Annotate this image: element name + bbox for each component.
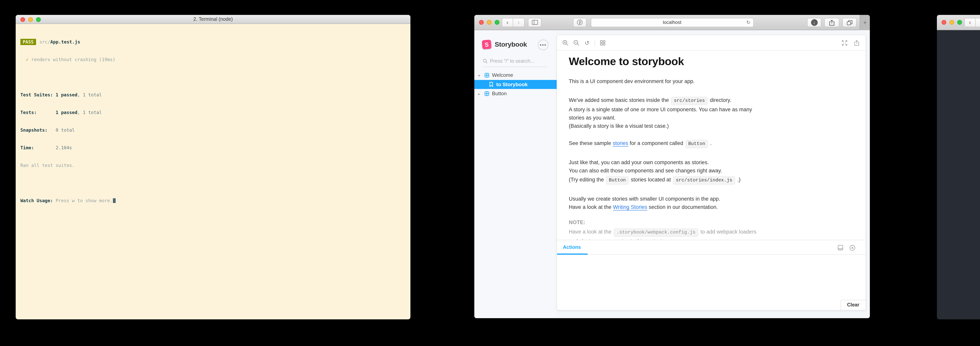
code-chip: src/stories/index.js xyxy=(673,176,735,184)
tree-kind-button[interactable]: ▸Button xyxy=(474,89,557,98)
terminal-summary-row: Snapshots: 0 total xyxy=(21,127,406,133)
note-title: NOTE: xyxy=(569,219,852,225)
show-tabs-button[interactable] xyxy=(842,18,856,27)
story-paragraph: Usually we create stories with smaller U… xyxy=(569,195,852,203)
zoom-reset-button[interactable]: ↺ xyxy=(584,40,589,46)
story-title: Welcome to storybook xyxy=(569,55,852,68)
traffic-lights xyxy=(21,17,44,22)
close-panel-button[interactable] xyxy=(850,245,855,251)
storybook-sidebar: SStorybook ●●● Press "/" to search... ▾W… xyxy=(474,30,557,318)
terminal-window-title: 2. Terminal (node) xyxy=(16,15,410,24)
zoom-out-button[interactable] xyxy=(573,40,579,46)
actions-log-panel: Clear xyxy=(557,255,865,310)
safari-toolbar[interactable]: ‹ › localhost ↻ ↓ + xyxy=(474,15,870,30)
zoom-window-button[interactable] xyxy=(495,20,500,25)
panel-position-button[interactable] xyxy=(838,245,843,251)
back-button[interactable]: ‹ xyxy=(964,18,976,27)
terminal-cursor xyxy=(113,198,116,203)
component-grid-icon xyxy=(485,91,489,96)
traffic-lights xyxy=(942,20,965,25)
story-label[interactable]: to Storybook xyxy=(496,81,528,87)
terminal-titlebar[interactable]: 2. Terminal (node) xyxy=(16,15,410,24)
story-paragraph: (Try editing the Button stories located … xyxy=(569,175,852,185)
fullscreen-button[interactable] xyxy=(842,40,848,46)
shortcuts-menu-button[interactable]: ●●● xyxy=(538,40,549,50)
story-paragraph: A story is a single state of one or more… xyxy=(569,105,852,114)
storybook-logo[interactable]: SStorybook xyxy=(482,40,527,49)
check-icon: ✓ xyxy=(26,57,29,62)
terminal-window: 2. Terminal (node) PASSsrc/App.test.js ✓… xyxy=(16,15,410,319)
storybook-canvas-panel: ↺ Welcome to storybook This is a UI comp… xyxy=(557,35,866,310)
caret-right-icon[interactable]: ▸ xyxy=(478,89,482,99)
close-window-button[interactable] xyxy=(21,17,25,22)
open-canvas-in-new-tab-button[interactable] xyxy=(854,40,859,46)
zoom-window-button[interactable] xyxy=(36,17,41,22)
close-window-button[interactable] xyxy=(479,20,484,25)
terminal-line-pass: PASSsrc/App.test.js xyxy=(21,39,406,45)
downloads-button[interactable]: ↓ xyxy=(807,18,821,27)
tree-story-to-storybook-selected[interactable]: to Storybook xyxy=(474,80,557,89)
storybook-brand-text: Storybook xyxy=(495,41,527,48)
code-chip: src/stories xyxy=(671,97,708,105)
tree-kind-welcome[interactable]: ▾Welcome xyxy=(474,71,557,80)
edit-instruction: Edit src/App.js and save to reload. xyxy=(937,221,980,229)
writing-stories-link[interactable]: Writing Stories xyxy=(613,204,647,210)
terminal-output[interactable]: PASSsrc/App.test.js ✓ renders without cr… xyxy=(16,24,410,219)
grid-toggle-button[interactable] xyxy=(600,40,605,46)
new-tab-button[interactable]: + xyxy=(860,15,870,30)
clear-actions-button[interactable]: Clear xyxy=(840,300,865,310)
back-icon: ‹ xyxy=(506,19,508,25)
nav-buttons: ‹ › xyxy=(964,18,980,27)
kind-label[interactable]: Button xyxy=(492,90,507,97)
url-text: localhost xyxy=(591,18,753,27)
toolbar-divider xyxy=(595,40,595,46)
note-section: NOTE: Have a look at the .storybook/webp… xyxy=(569,219,852,240)
sidebar-toggle-button[interactable] xyxy=(528,18,541,27)
learn-react: Learn React xyxy=(937,241,980,248)
password-extension-button[interactable] xyxy=(573,18,586,27)
react-app-page: Edit src/App.js and save to reload. Lear… xyxy=(937,30,980,319)
search-placeholder: Press "/" to search... xyxy=(490,59,534,64)
back-button[interactable]: ‹ xyxy=(502,18,513,27)
traffic-lights xyxy=(479,20,503,25)
search-icon xyxy=(483,59,488,63)
stories-link[interactable]: stories xyxy=(613,140,628,146)
caret-down-icon[interactable]: ▾ xyxy=(478,71,482,80)
forward-button[interactable]: › xyxy=(976,18,980,27)
terminal-line-ran: Ran all test suites. xyxy=(21,163,406,168)
sidebar-icon xyxy=(532,20,538,25)
story-paragraph: and plugins you are using in this projec… xyxy=(569,237,852,240)
download-icon: ↓ xyxy=(811,19,818,26)
minimize-window-button[interactable] xyxy=(487,20,492,25)
story-preview: Welcome to storybook This is a UI compon… xyxy=(557,51,865,240)
ellipsis-icon: ●●● xyxy=(540,43,547,47)
component-grid-icon xyxy=(485,73,489,78)
reload-icon[interactable]: ↻ xyxy=(746,18,750,27)
storybook-browser-window: ‹ › localhost ↻ ↓ + SStorybook xyxy=(474,15,870,318)
search-input[interactable]: Press "/" to search... xyxy=(483,59,547,67)
terminal-line-test: ✓ renders without crashing (19ms) xyxy=(21,57,406,63)
back-icon: ‹ xyxy=(969,19,971,25)
tab-actions[interactable]: Actions xyxy=(563,240,581,254)
terminal-summary-row: Time: 2.104s xyxy=(21,145,406,151)
minimize-window-button[interactable] xyxy=(950,20,954,25)
pass-badge: PASS xyxy=(21,39,36,45)
safari-toolbar[interactable]: ‹ › localhost ↻ ↓ + xyxy=(937,15,980,30)
forward-button[interactable]: › xyxy=(513,18,525,27)
close-window-button[interactable] xyxy=(942,20,946,25)
kind-label[interactable]: Welcome xyxy=(492,72,513,78)
story-paragraph: Just like that, you can add your own com… xyxy=(569,158,852,167)
code-chip: .storybook/webpack.config.js xyxy=(614,229,698,236)
storybook-page: SStorybook ●●● Press "/" to search... ▾W… xyxy=(474,30,870,318)
storybook-logo-icon: S xyxy=(482,40,492,49)
minimize-window-button[interactable] xyxy=(28,17,33,22)
canvas-toolbar: ↺ xyxy=(557,35,865,51)
zoom-in-button[interactable] xyxy=(563,40,568,46)
share-button[interactable] xyxy=(824,18,839,27)
stories-tree: ▾Welcome to Storybook ▸Button xyxy=(474,71,557,98)
address-bar[interactable]: localhost ↻ xyxy=(591,18,753,27)
story-paragraph: We've added some basic stories inside th… xyxy=(569,95,852,105)
zoom-window-button[interactable] xyxy=(957,20,962,25)
bookmark-icon xyxy=(489,82,493,87)
story-paragraph: This is a UI component dev environment f… xyxy=(569,77,852,86)
